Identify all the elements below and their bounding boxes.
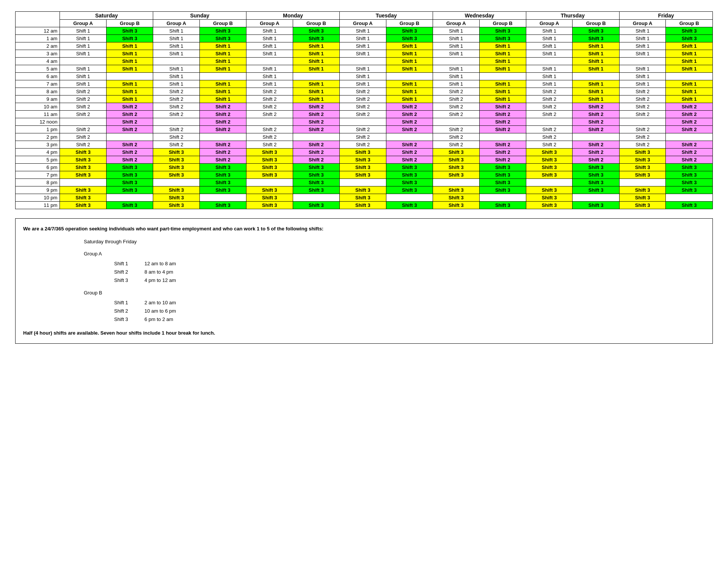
row-6pm: 6 pm Shift 3 Shift 3 Shift 3 Shift 3 Shi… — [16, 164, 713, 171]
time-10am: 10 am — [16, 103, 60, 111]
groupa-shift3: Shift 3 4 pm to 12 am — [114, 276, 705, 285]
sat-gb: Group B — [106, 20, 153, 27]
time-1pm: 1 pm — [16, 126, 60, 133]
row-9pm: 9 pm Shift 3 Shift 3 Shift 3 Shift 3 Shi… — [16, 186, 713, 194]
header-wednesday: Wednesday — [433, 12, 526, 20]
row-10pm: 10 pm Shift 3 Shift 3 Shift 3 Shift 3 Sh… — [16, 194, 713, 202]
c4: Shift 1 — [246, 27, 293, 35]
time-2am: 2 am — [16, 42, 60, 50]
tue-ga: Group A — [340, 20, 386, 27]
time-8am: 8 am — [16, 88, 60, 95]
c10: Shift 1 — [526, 27, 572, 35]
header-thursday: Thursday — [526, 12, 619, 20]
sun-gb: Group B — [199, 20, 246, 27]
row-6am: 6 am Shift 1 Shift 1 Shift 1 Shift 1 Shi… — [16, 73, 713, 80]
header-saturday: Saturday — [60, 12, 153, 20]
mon-ga: Group A — [246, 20, 293, 27]
header-friday: Friday — [619, 12, 712, 20]
info-line1: We are a 24/7/365 operation seeking indi… — [23, 225, 705, 233]
row-9am: 9 am Shift 2 Shift 1 Shift 2 Shift 1 Shi… — [16, 95, 713, 103]
time-11am: 11 am — [16, 111, 60, 118]
time-5pm: 5 pm — [16, 156, 60, 164]
time-6am: 6 am — [16, 73, 60, 80]
c5: Shift 3 — [293, 27, 339, 35]
info-box: We are a 24/7/365 operation seeking indi… — [15, 218, 713, 344]
row-11am: 11 am Shift 2 Shift 2 Shift 2 Shift 2 Sh… — [16, 111, 713, 118]
time-12noon: 12 noon — [16, 118, 60, 126]
fri-gb: Group B — [666, 20, 713, 27]
time-4pm: 4 pm — [16, 149, 60, 156]
time-6pm: 6 pm — [16, 164, 60, 171]
groupa-shift1: Shift 1 12 am to 8 am — [114, 260, 705, 268]
row-3am: 3 am Shift 1 Shift 1 Shift 1 Shift 1 Shi… — [16, 50, 713, 58]
c7: Shift 3 — [386, 27, 433, 35]
row-4pm: 4 pm Shift 3 Shift 2 Shift 3 Shift 2 Shi… — [16, 149, 713, 156]
time-12am: 12 am — [16, 27, 60, 35]
thu-gb: Group B — [573, 20, 619, 27]
header-sunday: Sunday — [153, 12, 246, 20]
c2: Shift 1 — [153, 27, 199, 35]
row-7am: 7 am Shift 1 Shift 1 Shift 1 Shift 1 Shi… — [16, 80, 713, 88]
info-groupa-shifts: Shift 1 12 am to 8 am Shift 2 8 am to 4 … — [114, 260, 705, 285]
fri-ga: Group A — [619, 20, 665, 27]
groupa-shift2: Shift 2 8 am to 4 pm — [114, 268, 705, 276]
time-3am: 3 am — [16, 50, 60, 58]
time-7am: 7 am — [16, 80, 60, 88]
groupb-shift2: Shift 2 10 am to 6 pm — [114, 307, 705, 315]
mon-gb: Group B — [293, 20, 339, 27]
time-7pm: 7 pm — [16, 171, 60, 179]
row-11pm: 11 pm Shift 3 Shift 3 Shift 3 Shift 3 Sh… — [16, 202, 713, 209]
row-7pm: 7 pm Shift 3 Shift 3 Shift 3 Shift 3 Shi… — [16, 171, 713, 179]
header-tuesday: Tuesday — [340, 12, 433, 20]
c11: Shift 3 — [573, 27, 619, 35]
time-1am: 1 am — [16, 35, 60, 42]
c6: Shift 1 — [340, 27, 386, 35]
groupb-shift1: Shift 1 2 am to 10 am — [114, 299, 705, 307]
info-groupb-shifts: Shift 1 2 am to 10 am Shift 2 10 am to 6… — [114, 299, 705, 324]
row-1pm: 1 pm Shift 2 Shift 2 Shift 2 Shift 2 Shi… — [16, 126, 713, 133]
row-5pm: 5 pm Shift 3 Shift 2 Shift 3 Shift 2 Shi… — [16, 156, 713, 164]
time-9pm: 9 pm — [16, 186, 60, 194]
row-12am: 12 am Shift 1 Shift 3 Shift 1 Shift 3 Sh… — [16, 27, 713, 35]
row-8am: 8 am Shift 2 Shift 1 Shift 2 Shift 1 Shi… — [16, 88, 713, 95]
row-2am: 2 am Shift 1 Shift 1 Shift 1 Shift 1 Shi… — [16, 42, 713, 50]
row-4am: 4 am Shift 1 Shift 1 Shift 1 Shift 1 Shi… — [16, 58, 713, 65]
header-monday: Monday — [246, 12, 340, 20]
c12: Shift 1 — [619, 27, 665, 35]
c8: Shift 1 — [433, 27, 479, 35]
time-4am: 4 am — [16, 58, 60, 65]
row-12noon: 12 noon Shift 2 Shift 2 Shift 2 Shift 2 … — [16, 118, 713, 126]
row-2pm: 2 pm Shift 2 Shift 2 Shift 2 Shift 2 Shi… — [16, 133, 713, 141]
info-groupa-label: Group A — [84, 250, 705, 258]
time-11pm: 11 pm — [16, 202, 60, 209]
time-2pm: 2 pm — [16, 133, 60, 141]
main-container: Saturday Sunday Monday Tuesday Wednesday… — [15, 11, 713, 344]
c3: Shift 3 — [199, 27, 246, 35]
tue-gb: Group B — [386, 20, 433, 27]
wed-ga: Group A — [433, 20, 479, 27]
time-3pm: 3 pm — [16, 141, 60, 149]
time-8pm: 8 pm — [16, 179, 60, 186]
time-5am: 5 am — [16, 65, 60, 73]
info-groupb-label: Group B — [84, 289, 705, 297]
wed-gb: Group B — [479, 20, 526, 27]
row-10am: 10 am Shift 2 Shift 2 Shift 2 Shift 2 Sh… — [16, 103, 713, 111]
c9: Shift 3 — [479, 27, 526, 35]
header-empty — [16, 12, 60, 27]
sat-ga: Group A — [60, 20, 106, 27]
c13: Shift 3 — [666, 27, 713, 35]
row-3pm: 3 pm Shift 2 Shift 2 Shift 2 Shift 2 Shi… — [16, 141, 713, 149]
row-8pm: 8 pm Shift 3 Shift 3 Shift 3 Shift 3 Shi… — [16, 179, 713, 186]
row-5am: 5 am Shift 1 Shift 1 Shift 1 Shift 1 Shi… — [16, 65, 713, 73]
groupb-shift3: Shift 3 6 pm to 2 am — [114, 315, 705, 324]
schedule-table: Saturday Sunday Monday Tuesday Wednesday… — [15, 11, 713, 209]
time-9am: 9 am — [16, 95, 60, 103]
info-footer: Half (4 hour) shifts are available. Seve… — [23, 329, 705, 337]
sun-ga: Group A — [153, 20, 199, 27]
row-1am: 1 am Shift 1 Shift 3 Shift 1 Shift 3 Shi… — [16, 35, 713, 42]
c1: Shift 3 — [106, 27, 153, 35]
c0: Shift 1 — [60, 27, 106, 35]
time-10pm: 10 pm — [16, 194, 60, 202]
thu-ga: Group A — [526, 20, 572, 27]
info-subtitle: Saturday through Friday — [84, 238, 705, 246]
